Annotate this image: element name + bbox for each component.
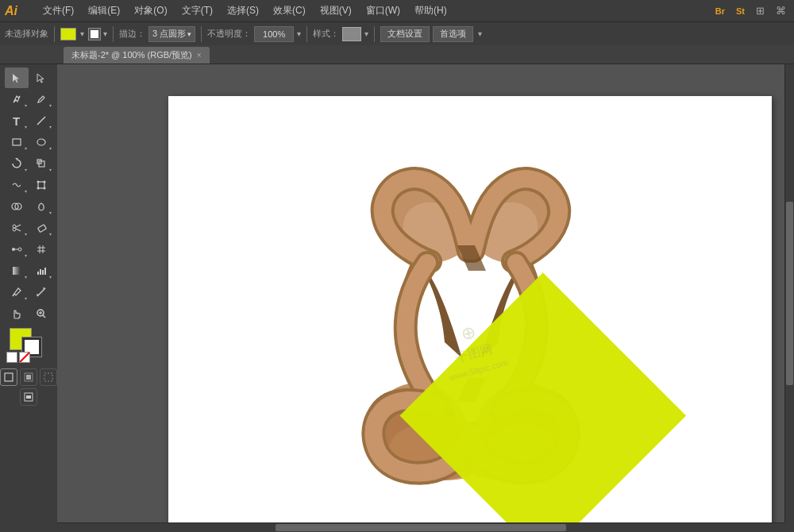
rectangle-tool-btn[interactable]: ▾ <box>5 132 29 152</box>
type-tool-btn[interactable]: T ▾ <box>5 110 29 131</box>
horizontal-scrollbar[interactable] <box>57 522 784 532</box>
tool-row-5: ▾ ▾ <box>5 153 53 174</box>
document-tab[interactable]: 未标题-2* @ 100% (RGB/预览) × <box>64 47 210 64</box>
fill-arrow: ▾ <box>80 29 84 38</box>
change-screen-btn[interactable] <box>20 388 37 406</box>
preferences-button[interactable]: 首选项 <box>433 26 473 42</box>
artwork: ⊕ 千图网 www.58pic.com <box>168 96 772 532</box>
menu-select[interactable]: 选择(S) <box>221 2 265 19</box>
shape-builder-btn[interactable] <box>5 196 29 217</box>
svg-point-15 <box>13 228 16 231</box>
svg-rect-26 <box>13 267 21 275</box>
menu-bar: 文件(F) 编辑(E) 对象(O) 文字(T) 选择(S) 效果(C) 视图(V… <box>37 2 706 19</box>
style-swatch[interactable] <box>342 27 361 41</box>
svg-line-17 <box>16 229 21 231</box>
artboard: ⊕ 千图网 www.58pic.com <box>168 96 772 532</box>
divider-5 <box>374 26 375 42</box>
gradient-tool-btn[interactable]: ▾ <box>5 260 29 281</box>
tab-bar: 未标题-2* @ 100% (RGB/预览) × <box>0 45 794 64</box>
toolbox-bottom <box>0 368 57 406</box>
tool-row-11: ▾ <box>5 282 53 303</box>
blend-tool-btn[interactable]: ▾ <box>5 239 29 260</box>
svg-rect-28 <box>40 269 41 275</box>
selection-tool-btn[interactable] <box>5 67 29 88</box>
stock-icon[interactable]: St <box>733 5 748 17</box>
view-mode-row <box>20 388 37 406</box>
no-color-btn[interactable] <box>19 352 30 363</box>
live-paint-btn[interactable]: ▾ <box>29 196 53 217</box>
pen-tool-btn[interactable]: ▾ <box>5 89 29 110</box>
svg-rect-18 <box>37 225 46 233</box>
svg-rect-44 <box>26 395 31 399</box>
opacity-chevron: ▾ <box>297 29 301 38</box>
divider-3 <box>201 26 202 42</box>
menu-file[interactable]: 文件(F) <box>37 2 80 19</box>
zoom-tool-btn[interactable] <box>29 303 53 324</box>
svg-rect-41 <box>26 375 31 380</box>
draw-behind-btn[interactable] <box>20 368 37 386</box>
doc-settings-button[interactable]: 文档设置 <box>380 26 430 42</box>
svg-point-11 <box>43 187 45 190</box>
menu-help[interactable]: 帮助(H) <box>408 2 453 19</box>
eraser-btn[interactable]: ▾ <box>29 218 53 238</box>
vertical-scroll-thumb[interactable] <box>786 202 793 385</box>
menu-text[interactable]: 文字(T) <box>175 2 219 19</box>
warp-tool-btn[interactable]: ▾ <box>5 175 29 195</box>
vertical-scrollbar[interactable] <box>784 64 794 522</box>
svg-rect-29 <box>42 270 44 275</box>
style-chevron: ▾ <box>364 29 368 38</box>
canvas-area[interactable]: ⊕ 千图网 www.58pic.com <box>57 64 794 532</box>
tool-row-12 <box>5 303 53 324</box>
fill-color-swatch[interactable] <box>60 28 76 40</box>
menu-effect[interactable]: 效果(C) <box>267 2 312 19</box>
prefs-arrow: ▾ <box>478 29 482 38</box>
bridge-icon[interactable]: Br <box>712 5 728 17</box>
svg-rect-27 <box>37 272 39 275</box>
toolbox: ▾ ▾ T ▾ ▾ ▾ ▾ <box>0 64 57 532</box>
direct-selection-tool-btn[interactable] <box>29 67 53 88</box>
measure-tool-btn[interactable] <box>29 282 53 303</box>
line-tool-btn[interactable]: ▾ <box>29 110 53 131</box>
normal-draw-btn[interactable] <box>0 368 17 386</box>
grid-icon[interactable]: ⊞ <box>753 3 768 18</box>
opacity-input[interactable] <box>254 26 294 42</box>
menu-window[interactable]: 窗口(W) <box>360 2 407 19</box>
svg-line-31 <box>13 294 14 296</box>
mesh-tool-btn[interactable] <box>29 239 53 260</box>
draw-inside-btn[interactable] <box>40 368 57 386</box>
reset-colors-btn[interactable] <box>6 352 17 363</box>
svg-rect-2 <box>13 139 21 145</box>
svg-line-32 <box>37 288 45 296</box>
svg-rect-42 <box>44 373 52 381</box>
menu-view[interactable]: 视图(V) <box>314 2 358 19</box>
color-swatches <box>6 328 51 363</box>
tool-row-7: ▾ <box>5 196 53 217</box>
stroke-arrow: ▾ <box>103 29 107 38</box>
eyedropper-btn[interactable]: ▾ <box>5 282 29 303</box>
stroke-color-mini[interactable] <box>88 28 101 40</box>
style-label: 样式： <box>313 28 339 40</box>
app-logo: Ai <box>5 4 30 18</box>
chart-tool-btn[interactable]: ▾ <box>29 260 53 281</box>
sync-icon[interactable]: ⌘ <box>773 3 789 18</box>
status-label: 未选择对象 <box>5 28 48 40</box>
rotate-tool-btn[interactable]: ▾ <box>5 153 29 174</box>
scale-tool-btn[interactable]: ▾ <box>29 153 53 174</box>
divider-1 <box>54 26 55 42</box>
scissors-btn[interactable]: ▾ <box>5 218 29 238</box>
menu-object[interactable]: 对象(O) <box>128 2 173 19</box>
tab-close-button[interactable]: × <box>197 51 202 60</box>
free-transform-btn[interactable] <box>29 175 53 195</box>
svg-text:⊕: ⊕ <box>459 322 478 345</box>
tool-row-4: ▾ ▾ <box>5 132 53 152</box>
tool-row-9: ▾ <box>5 239 53 260</box>
menu-edit[interactable]: 编辑(E) <box>82 2 126 19</box>
title-bar: Ai 文件(F) 编辑(E) 对象(O) 文字(T) 选择(S) 效果(C) 视… <box>0 0 794 21</box>
stroke-style-dropdown[interactable]: 3 点圆形 <box>148 26 195 42</box>
horizontal-scroll-thumb[interactable] <box>276 524 566 531</box>
svg-line-1 <box>37 117 45 125</box>
pencil-tool-btn[interactable]: ▾ <box>29 89 53 110</box>
ellipse-tool-btn[interactable]: ▾ <box>29 132 53 152</box>
draw-mode-row <box>0 368 57 386</box>
hand-tool-btn[interactable] <box>5 303 29 324</box>
